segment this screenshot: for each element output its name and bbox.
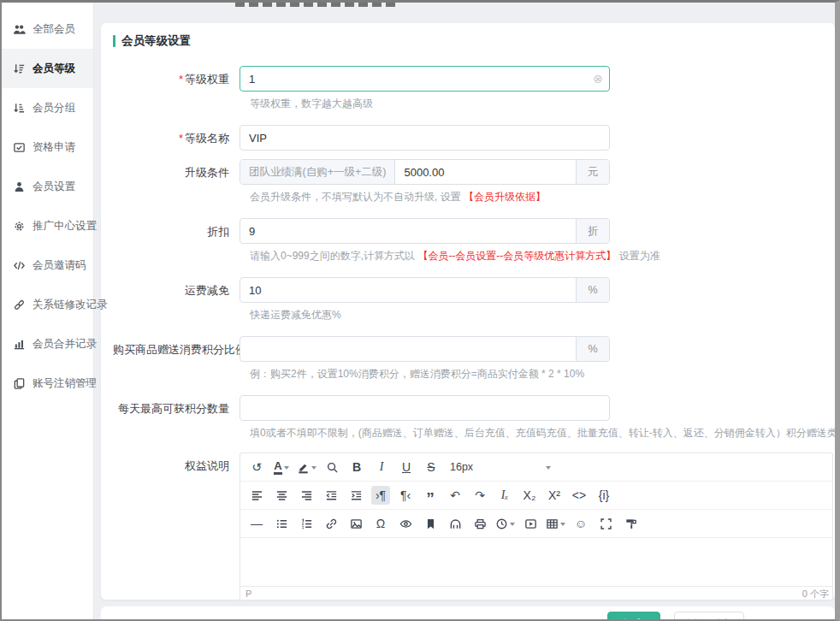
format-paint-button[interactable] [621,514,640,533]
sidebar-item-member-settings[interactable]: 会员设置 [2,167,93,206]
editor-toolbar-row-2: ›¶ ¶‹ ” ↶ ↷ Iₓ X₂ X² <> {i} [240,482,832,510]
clear-format-button[interactable]: Iₓ [495,486,514,505]
outdent-icon [325,489,338,502]
clear-circle-icon[interactable]: ⊗ [593,73,603,85]
discount-field: 折 [240,218,610,244]
underline-button[interactable]: U [397,458,416,476]
align-right-button[interactable] [297,486,316,505]
blockquote-button[interactable]: ” [421,482,440,508]
level-name-input[interactable] [240,126,609,150]
editor-content-area[interactable] [240,538,832,586]
subscript-button[interactable]: X₂ [520,486,539,505]
submit-button[interactable]: 提交 [607,612,660,621]
emoji-button[interactable]: ☺ [571,514,590,533]
upgrade-basis-link[interactable]: 【会员升级依据】 [464,191,546,203]
field-help: 例：购买2件，设置10%消费积分，赠送消费积分=商品实付金额 * 2 * 10% [250,367,835,381]
template-button[interactable]: {i} [595,486,613,505]
sidebar-item-qualification[interactable]: 资格申请 [2,127,93,167]
redo-button[interactable]: ↷ [470,486,489,505]
sidebar-item-label: 会员分组 [33,101,75,115]
field-help: 请输入0~999之间的数字,计算方式以 【会员--会员设置--会员等级优惠计算方… [250,249,835,263]
sidebar-item-account-cancel[interactable]: 账号注销管理 [2,364,93,403]
code-icon [13,259,26,272]
shipping-discount-field: % [240,277,610,303]
highlight-button[interactable] [297,458,316,476]
link-icon [325,518,338,530]
font-size-select[interactable]: 16px [447,458,554,476]
sidebar-item-member-level[interactable]: 会员等级 [2,49,93,88]
ordered-list-button[interactable] [297,514,316,533]
chevron-down-icon [311,466,316,472]
required-asterisk: * [179,73,183,86]
level-weight-input[interactable] [240,67,609,91]
discount-input[interactable] [240,219,576,243]
fullscreen-button[interactable] [596,514,615,533]
preview-button[interactable] [396,514,415,533]
points-ratio-input[interactable] [240,337,576,361]
points-ratio-field: % [240,336,610,362]
superscript-button[interactable]: X² [545,486,564,505]
editor-word-count: 0 个字 [802,588,829,600]
sidebar-item-promotion-center[interactable]: 推广中心设置 [2,206,93,245]
italic-button[interactable]: I [372,458,391,476]
file-copy-icon [13,377,26,390]
special-char-button[interactable]: Ω [371,514,390,533]
level-name-field [240,125,610,151]
align-left-button[interactable] [247,486,266,505]
print-button[interactable] [470,514,489,533]
field-label: 购买商品赠送消费积分比例 [113,336,240,358]
indent-button[interactable] [346,486,365,505]
unit-suffix: 折 [576,219,609,243]
undo-button[interactable]: ↶ [446,486,464,505]
strikethrough-button[interactable]: S [422,458,441,476]
history-icon[interactable]: ↺ [247,458,266,476]
highlight-pen-icon [297,461,310,474]
clipped-scrolled-text [235,3,398,7]
editor-toolbar-row-3: — Ω ☺ [240,510,832,538]
sidebar-item-relation-log[interactable]: 关系链修改记录 [2,285,93,324]
sidebar-item-label: 账号注销管理 [33,376,97,391]
bookmark-button[interactable] [421,514,440,533]
sidebar-item-member-group[interactable]: 会员分组 [2,88,93,127]
outdent-button[interactable] [322,486,340,505]
field-label: 折扣 [113,218,240,240]
sort-alpha-icon [13,102,26,115]
video-icon [524,518,537,530]
insert-video-button[interactable] [521,514,540,533]
paragraph-ltr-button[interactable]: ¶‹ [396,486,415,505]
user-icon [13,180,26,193]
bold-button[interactable]: B [347,458,366,476]
field-group-discount: 折扣 折 请输入0~999之间的数字,计算方式以 【会员--会员设置--会员等级… [113,218,835,263]
insert-time-button[interactable] [495,514,515,533]
align-left-icon [251,489,263,502]
chevron-down-icon [284,466,289,472]
shipping-discount-input[interactable] [240,278,576,302]
font-color-button[interactable]: A [272,458,291,476]
sidebar-item-label: 会员等级 [33,62,75,76]
rich-text-editor: ↺ A B I U S 16px [240,452,833,600]
unordered-list-button[interactable] [272,514,291,533]
insert-table-button[interactable] [546,514,565,533]
unit-suffix: % [576,278,609,302]
paragraph-rtl-button[interactable]: ›¶ [371,486,390,505]
insert-link-button[interactable] [322,514,340,533]
insert-image-button[interactable] [346,514,365,533]
chevron-down-icon [510,523,515,529]
upgrade-condition-input[interactable] [395,160,576,184]
back-to-list-button[interactable]: 返回列表 [674,612,744,621]
code-button[interactable]: <> [570,486,589,505]
sidebar-item-invite-code[interactable]: 会员邀请码 [2,245,93,285]
daily-points-limit-input[interactable] [240,396,609,420]
search-button[interactable] [322,458,341,476]
sidebar-item-merge-log[interactable]: 会员合并记录 [2,324,93,364]
editor-status-bar: P 0 个字 [240,586,832,600]
align-center-button[interactable] [272,486,291,505]
app-window: 全部会员 会员等级 会员分组 资格申请 会员设置 推广中心设置 会员邀请码 关系… [0,0,840,621]
sidebar-item-label: 全部会员 [33,22,75,37]
sidebar-item-all-members[interactable]: 全部会员 [2,9,93,49]
discount-calc-link[interactable]: 【会员--会员设置--会员等级优惠计算方式】 [417,250,616,262]
horizontal-rule-button[interactable]: — [247,514,266,533]
field-group-benefits: 权益说明 ↺ A B I U S 16px [113,452,835,600]
page-break-button[interactable] [446,514,464,533]
bar-chart-icon [13,338,26,351]
